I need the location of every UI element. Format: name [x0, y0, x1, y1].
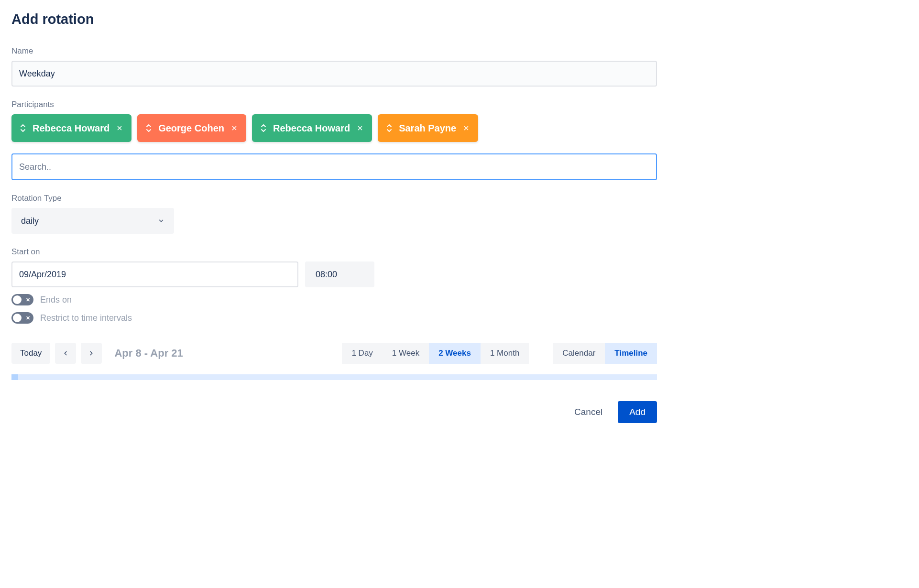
name-label: Name — [11, 46, 657, 56]
remove-participant-icon[interactable] — [357, 125, 363, 131]
participant-chip[interactable]: Rebecca Howard — [252, 114, 372, 142]
duration-option[interactable]: 1 Week — [383, 343, 429, 364]
name-input[interactable] — [11, 61, 657, 87]
participants-label: Participants — [11, 100, 657, 109]
drag-handle-icon[interactable] — [386, 124, 392, 132]
today-button[interactable]: Today — [11, 343, 50, 364]
rotation-type-label: Rotation Type — [11, 194, 657, 203]
participant-name: Rebecca Howard — [273, 123, 350, 134]
ends-on-toggle[interactable]: ✕ — [11, 294, 33, 305]
remove-participant-icon[interactable] — [463, 125, 470, 131]
chevron-down-icon — [158, 218, 164, 224]
participant-chip[interactable]: Sarah Payne — [378, 114, 478, 142]
duration-option[interactable]: 1 Month — [481, 343, 529, 364]
participants-search-input[interactable] — [11, 153, 657, 180]
drag-handle-icon[interactable] — [146, 124, 152, 132]
start-date-input[interactable] — [11, 261, 298, 287]
participant-chip[interactable]: George Cohen — [137, 114, 246, 142]
prev-button[interactable] — [55, 343, 76, 364]
cancel-button[interactable]: Cancel — [568, 401, 609, 423]
rotation-type-select[interactable]: daily — [11, 208, 174, 234]
drag-handle-icon[interactable] — [20, 124, 26, 132]
view-option[interactable]: Calendar — [553, 343, 605, 364]
page-title: Add rotation — [11, 11, 657, 27]
start-time-value: 08:00 — [316, 270, 337, 280]
rotation-type-value: daily — [21, 216, 39, 226]
start-on-label: Start on — [11, 247, 657, 257]
ends-on-label: Ends on — [40, 295, 72, 305]
add-button[interactable]: Add — [618, 401, 657, 423]
participant-name: Rebecca Howard — [33, 123, 109, 134]
remove-participant-icon[interactable] — [231, 125, 238, 131]
view-option[interactable]: Timeline — [605, 343, 657, 364]
start-time-select[interactable]: 08:00 — [305, 261, 374, 287]
participant-chip[interactable]: Rebecca Howard — [11, 114, 131, 142]
restrict-toggle[interactable]: ✕ — [11, 312, 33, 324]
duration-option[interactable]: 2 Weeks — [429, 343, 481, 364]
participant-name: George Cohen — [158, 123, 224, 134]
participant-name: Sarah Payne — [399, 123, 456, 134]
duration-option[interactable]: 1 Day — [342, 343, 382, 364]
remove-participant-icon[interactable] — [116, 125, 123, 131]
timeline-strip — [11, 374, 657, 380]
restrict-label: Restrict to time intervals — [40, 313, 132, 323]
date-range-label: Apr 8 - Apr 21 — [114, 347, 183, 359]
drag-handle-icon[interactable] — [261, 124, 266, 132]
next-button[interactable] — [81, 343, 102, 364]
